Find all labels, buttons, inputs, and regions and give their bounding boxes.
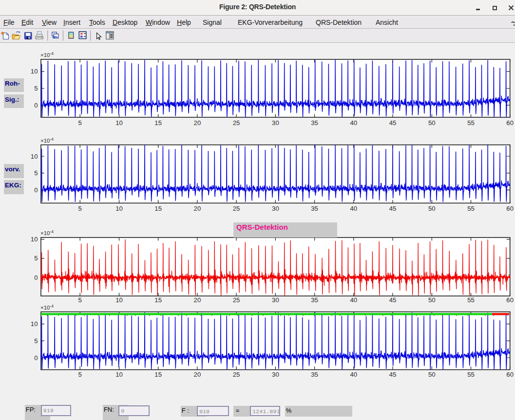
svg-text:55: 55 — [467, 296, 475, 304]
svg-text:40: 40 — [350, 205, 357, 212]
svg-text:15: 15 — [154, 205, 162, 212]
svg-text:×10-4: ×10-4 — [40, 137, 54, 144]
svg-text:55: 55 — [467, 119, 475, 127]
svg-text:15: 15 — [154, 296, 162, 304]
svg-text:0: 0 — [34, 274, 38, 281]
svg-text:25: 25 — [233, 119, 240, 127]
svg-text:20: 20 — [194, 119, 201, 127]
svg-text:5: 5 — [78, 296, 82, 304]
svg-text:5: 5 — [34, 85, 38, 92]
svg-text:60: 60 — [506, 119, 514, 127]
svg-text:35: 35 — [311, 371, 318, 378]
svg-text:25: 25 — [233, 296, 240, 304]
svg-text:25: 25 — [233, 205, 240, 212]
svg-text:35: 35 — [311, 119, 318, 127]
svg-text:0: 0 — [34, 102, 38, 109]
svg-text:10: 10 — [31, 320, 38, 328]
svg-text:15: 15 — [154, 119, 162, 127]
svg-text:40: 40 — [350, 371, 357, 378]
svg-text:40: 40 — [350, 119, 357, 127]
svg-text:35: 35 — [311, 205, 318, 212]
svg-text:40: 40 — [350, 296, 357, 304]
svg-text:50: 50 — [428, 205, 436, 212]
svg-text:55: 55 — [467, 371, 475, 378]
svg-text:10: 10 — [31, 68, 38, 75]
svg-text:30: 30 — [272, 205, 279, 212]
svg-text:5: 5 — [34, 337, 38, 345]
svg-text:5: 5 — [78, 371, 82, 378]
svg-text:×10-4: ×10-4 — [40, 304, 54, 311]
svg-text:60: 60 — [506, 371, 514, 378]
svg-text:5: 5 — [78, 205, 82, 212]
svg-text:10: 10 — [115, 205, 123, 212]
svg-text:10: 10 — [115, 119, 123, 127]
svg-text:45: 45 — [389, 296, 397, 304]
svg-text:45: 45 — [389, 205, 397, 212]
svg-text:0: 0 — [34, 186, 38, 194]
svg-text:45: 45 — [389, 371, 397, 378]
svg-text:5: 5 — [34, 255, 38, 262]
svg-text:50: 50 — [428, 119, 436, 127]
svg-text:10: 10 — [115, 296, 123, 304]
svg-text:60: 60 — [506, 296, 514, 304]
svg-text:20: 20 — [194, 296, 201, 304]
svg-text:50: 50 — [428, 296, 436, 304]
svg-text:15: 15 — [154, 371, 162, 378]
svg-text:×10-4: ×10-4 — [40, 51, 54, 58]
svg-text:55: 55 — [467, 205, 475, 212]
svg-text:20: 20 — [194, 205, 201, 212]
svg-text:45: 45 — [389, 119, 397, 127]
svg-text:10: 10 — [115, 371, 123, 378]
svg-text:10: 10 — [31, 236, 38, 243]
svg-text:20: 20 — [194, 371, 201, 378]
svg-text:5: 5 — [78, 119, 82, 127]
svg-text:×10-4: ×10-4 — [40, 229, 54, 237]
svg-text:30: 30 — [272, 119, 279, 127]
svg-text:30: 30 — [272, 371, 279, 378]
svg-text:50: 50 — [428, 371, 436, 378]
svg-text:0: 0 — [34, 354, 38, 362]
svg-text:35: 35 — [311, 296, 318, 304]
svg-text:30: 30 — [272, 296, 279, 304]
svg-text:5: 5 — [34, 169, 38, 177]
svg-text:60: 60 — [506, 205, 514, 212]
svg-text:25: 25 — [233, 371, 240, 378]
svg-text:10: 10 — [31, 153, 38, 160]
